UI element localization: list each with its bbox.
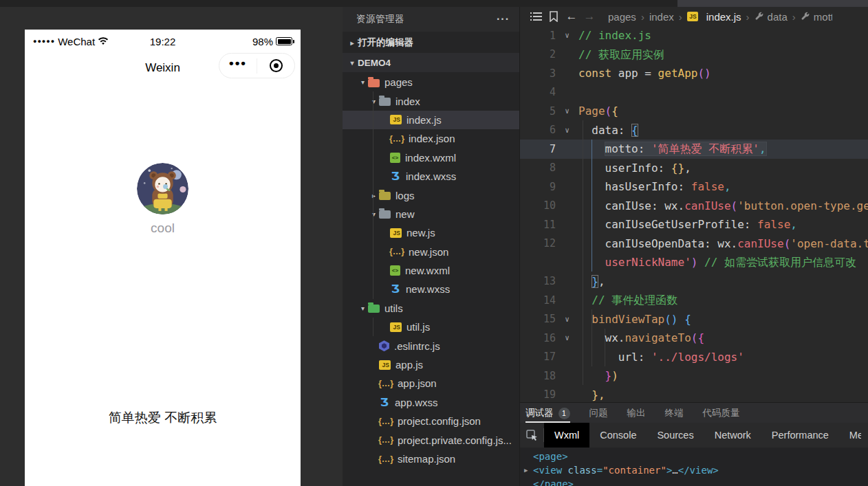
- code-text: const app = getApp(): [578, 64, 711, 83]
- code-line[interactable]: 2// 获取应用实例: [520, 45, 868, 65]
- code-line[interactable]: 7 motto: '简单热爱 不断积累',: [520, 140, 868, 159]
- line-number: 10: [520, 199, 556, 212]
- code-line[interactable]: 14 // 事件处理函数: [520, 291, 868, 310]
- outline-list-icon[interactable]: [527, 9, 545, 24]
- code-line[interactable]: 8 userInfo: {},: [520, 159, 868, 178]
- tree-item-new.json[interactable]: {…}new.json: [343, 243, 519, 261]
- tree-item-.eslintrc.js[interactable]: .eslintrc.js: [343, 336, 519, 355]
- devtools-tab-Sources[interactable]: Sources: [647, 423, 704, 448]
- code-line[interactable]: 11 canIUseGetUserProfile: false,: [520, 215, 868, 234]
- debugger-tab-问题[interactable]: 问题: [589, 407, 608, 423]
- tree-item-label: new.json: [409, 246, 448, 258]
- file-icon-wxml: <>: [390, 265, 400, 276]
- code-line[interactable]: 12 canIUseOpenData: wx.canIUse('open-dat…: [520, 234, 868, 254]
- breadcrumb-item-index[interactable]: index: [649, 11, 674, 23]
- breadcrumb-item-motto[interactable]: motto: [801, 11, 832, 23]
- expand-arrow-icon[interactable]: ▶: [524, 463, 533, 477]
- fold-chevron-icon[interactable]: ∨: [556, 31, 578, 40]
- tree-item-app.json[interactable]: {…}app.json: [343, 374, 519, 393]
- motto-text[interactable]: 简单热爱 不断积累: [25, 409, 301, 427]
- tree-item-index.wxss[interactable]: Ʒindex.wxss: [343, 167, 519, 186]
- wxml-node[interactable]: </page>: [524, 477, 868, 486]
- code-line[interactable]: 10 canIUse: wx.canIUse('button.open-type…: [520, 197, 868, 216]
- code-line[interactable]: 9 hasUserInfo: false,: [520, 177, 868, 197]
- wxml-node[interactable]: ▶<view class="container">…</view>: [524, 463, 868, 477]
- fold-chevron-icon[interactable]: ∨: [556, 107, 578, 115]
- code-token: hasUserInfo:: [578, 180, 691, 193]
- debugger-tab-终端[interactable]: 终端: [665, 407, 684, 423]
- code-token: [578, 313, 592, 326]
- tree-item-new.wxss[interactable]: Ʒnew.wxss: [343, 280, 519, 298]
- breadcrumb-item-data[interactable]: data: [755, 11, 788, 23]
- tree-item-app.js[interactable]: JSapp.js: [343, 355, 519, 374]
- code-line[interactable]: 19 },: [520, 386, 868, 403]
- tree-item-new.wxml[interactable]: <>new.wxml: [343, 261, 519, 280]
- code-line[interactable]: 17 url: '../logs/logs': [520, 348, 868, 367]
- code-line[interactable]: 16∨ wx.navigateTo({: [520, 329, 868, 348]
- tree-item-logs[interactable]: ▸logs: [343, 186, 519, 204]
- explorer-header: 资源管理器 ···: [343, 7, 519, 32]
- tree-item-project.config.json[interactable]: {…}project.config.json: [343, 412, 519, 430]
- navigate-back-icon[interactable]: ←: [563, 9, 581, 24]
- code-token: ,: [790, 218, 797, 231]
- code-line[interactable]: 1∨// index.js: [520, 26, 868, 45]
- devtools-tab-Performance[interactable]: Performance: [761, 423, 839, 448]
- mini-program-navbar: Weixin •••: [25, 53, 301, 80]
- tree-item-utils[interactable]: ▾utils: [343, 299, 519, 318]
- breadcrumb: pages›index›JSindex.js›data›motto: [608, 11, 832, 23]
- navigate-forward-icon[interactable]: →: [581, 9, 598, 24]
- wrench-symbol-icon: [801, 11, 810, 23]
- tree-item-app.wxss[interactable]: Ʒapp.wxss: [343, 393, 519, 412]
- code-line[interactable]: 4: [520, 83, 868, 102]
- more-actions-icon[interactable]: ···: [497, 13, 510, 25]
- code-text: },: [578, 272, 605, 291]
- bookmark-icon[interactable]: [545, 9, 563, 24]
- code-token: false: [691, 180, 724, 193]
- fold-chevron-icon[interactable]: ∨: [556, 333, 578, 342]
- tree-item-sitemap.json[interactable]: {…}sitemap.json: [343, 450, 519, 468]
- fold-chevron-icon[interactable]: ∨: [556, 315, 578, 324]
- inspect-element-icon[interactable]: [520, 423, 543, 448]
- tree-item-index.json[interactable]: {…}index.json: [343, 129, 519, 148]
- tree-item-pages[interactable]: ▾pages: [343, 73, 519, 91]
- tree-item-index.js[interactable]: JSindex.js: [343, 111, 519, 129]
- code-line[interactable]: 18 }): [520, 366, 868, 386]
- debugger-tab-代码质量[interactable]: 代码质量: [703, 407, 740, 423]
- wxml-token: =: [597, 463, 603, 477]
- code-token: // 如需尝试获取用户信息可改: [704, 256, 856, 269]
- line-number: 9: [520, 181, 556, 193]
- tree-item-util.js[interactable]: JSutil.js: [343, 318, 519, 336]
- code-line[interactable]: 6∨ data: {: [520, 121, 868, 140]
- tree-item-label: util.js: [406, 321, 430, 333]
- tree-item-index[interactable]: ▾index: [343, 91, 519, 110]
- code-line[interactable]: 3const app = getApp(): [520, 64, 868, 83]
- user-nickname: cool: [25, 221, 301, 236]
- devtools-tab-Memory[interactable]: Memory: [839, 423, 861, 448]
- devtools-tab-Network[interactable]: Network: [704, 423, 761, 448]
- exit-button[interactable]: [257, 59, 294, 72]
- tree-item-project.private.config.js...[interactable]: {…}project.private.config.js...: [343, 430, 519, 449]
- avatar[interactable]: [137, 163, 188, 214]
- code-line[interactable]: userNickName') // 如需尝试获取用户信息可改: [520, 253, 868, 272]
- wxml-node[interactable]: <page>: [524, 450, 868, 463]
- code-editor[interactable]: 1∨// index.js2// 获取应用实例3const app = getA…: [520, 26, 868, 402]
- tree-item-new.js[interactable]: JSnew.js: [343, 223, 519, 242]
- debugger-tab-输出[interactable]: 输出: [627, 407, 646, 423]
- file-icon-js: JS: [390, 115, 402, 124]
- tree-item-index.wxml[interactable]: <>index.wxml: [343, 148, 519, 167]
- more-menu-button[interactable]: •••: [219, 60, 257, 72]
- code-line[interactable]: 13 },: [520, 272, 868, 291]
- breadcrumb-separator: ›: [792, 11, 796, 23]
- devtools-tab-Console[interactable]: Console: [589, 423, 647, 448]
- fold-chevron-icon[interactable]: ∨: [556, 126, 578, 135]
- tree-item-new[interactable]: ▾new: [343, 205, 519, 223]
- section-project-root[interactable]: ▾ DEMO4: [343, 53, 519, 72]
- breadcrumb-item-index.js[interactable]: JSindex.js: [687, 11, 741, 23]
- breadcrumb-label: pages: [608, 11, 636, 23]
- section-open-editors[interactable]: ▸ 打开的编辑器: [343, 33, 519, 52]
- breadcrumb-item-pages[interactable]: pages: [608, 11, 636, 23]
- code-line[interactable]: 15∨ bindViewTap() {: [520, 310, 868, 329]
- code-line[interactable]: 5∨Page({: [520, 102, 868, 121]
- devtools-tab-Wxml[interactable]: Wxml: [544, 423, 589, 448]
- debugger-tab-调试器[interactable]: 调试器1: [525, 407, 570, 423]
